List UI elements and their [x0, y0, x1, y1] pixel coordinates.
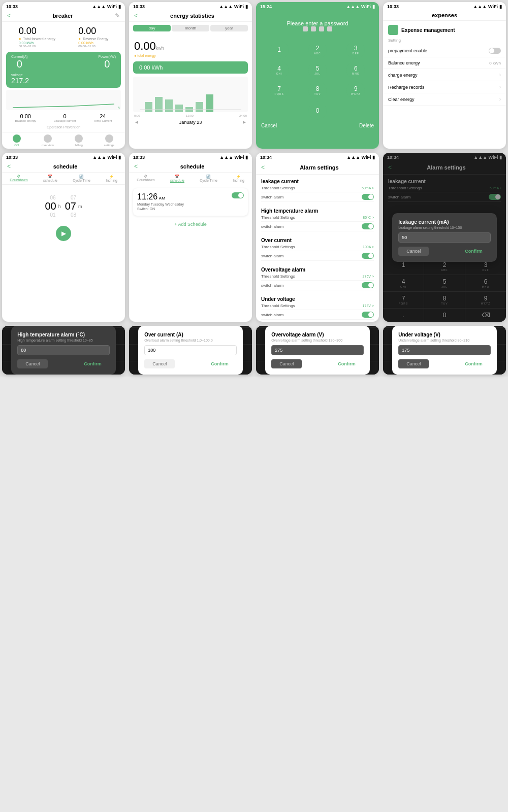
screen-schedule-countdown: 10:33 ▲▲▲ WiFi ▮ < schedule ⏱ Countdown … — [2, 153, 125, 322]
nav-billing[interactable]: billing — [75, 134, 83, 147]
stat-balance: 0.00 Balance energy — [15, 113, 36, 122]
key-4[interactable]: 4GHI — [270, 61, 289, 79]
expense-header-row: Expense management — [383, 21, 506, 37]
hightemp-dialog-actions: Cancel Confirm — [17, 359, 110, 368]
tab-day[interactable]: day — [133, 25, 171, 31]
hightemp-confirm[interactable]: Confirm — [76, 359, 110, 368]
alarm-title-1: Alarm settings — [265, 164, 374, 171]
screen-breaker: 10:33 ▲▲▲ WiFi ▮ < breaker ✎ 0.00 ● Tota… — [2, 2, 125, 149]
tab-cycletime-1[interactable]: 🔄 Cycle Time — [73, 175, 90, 182]
overcurrent-dialog-input[interactable] — [144, 345, 237, 355]
key-6[interactable]: 6MNO — [346, 61, 365, 79]
leakage-toggle[interactable] — [362, 194, 374, 200]
nav-settings[interactable]: settings — [104, 134, 115, 147]
overvolt-dialog-input[interactable] — [271, 345, 364, 355]
time-6: 10:33 — [133, 155, 145, 160]
overcurrent-toggle[interactable] — [362, 253, 374, 259]
edit-icon[interactable]: ✎ — [115, 12, 120, 19]
overvolt-confirm[interactable]: Confirm — [330, 359, 364, 368]
dialog-cancel-leakage[interactable]: Cancel — [398, 247, 429, 256]
tab-month[interactable]: month — [172, 25, 209, 31]
tab-schedule-1[interactable]: 📅 schedule — [43, 175, 57, 182]
overvolt-cancel[interactable]: Cancel — [271, 359, 302, 368]
tab-inching-1[interactable]: ⚡ Inching — [106, 175, 117, 182]
add-schedule-btn[interactable]: + Add Schedule — [129, 219, 252, 230]
card-toggle[interactable] — [232, 192, 244, 198]
schedule-header-1: < schedule — [2, 161, 125, 173]
expenses-title: expenses — [388, 12, 501, 18]
sched-back-2[interactable]: < — [134, 163, 138, 170]
key-3[interactable]: 3DEF — [346, 41, 365, 59]
undervolt-toggle[interactable] — [362, 312, 374, 318]
nav-overview-dot — [44, 134, 52, 143]
overcurrent-cancel[interactable]: Cancel — [144, 359, 175, 368]
delete-btn[interactable]: Delete — [359, 123, 374, 128]
undervolt-confirm[interactable]: Confirm — [457, 359, 491, 368]
overvolt-threshold-row[interactable]: Threshold Settings 275V > — [261, 273, 374, 281]
nav-billing-dot — [75, 134, 83, 143]
overcurrent-dialog: Over current (A) Overload alarm setting … — [138, 326, 243, 375]
dialog-input-leakage[interactable] — [398, 232, 491, 243]
svg-rect-2 — [165, 99, 173, 112]
alarm-back-1[interactable]: < — [261, 164, 265, 171]
tab-schedule-2[interactable]: 📅schedule — [170, 175, 184, 183]
overcurrent-threshold-row[interactable]: Threshold Settings 100A > — [261, 243, 374, 251]
undervolt-dialog-input[interactable] — [398, 345, 491, 355]
key-1[interactable]: 1 — [270, 41, 289, 59]
temp-val: 24 — [93, 113, 112, 119]
key-0[interactable]: 0 — [308, 101, 327, 120]
tab-cycletime-2[interactable]: 🔄Cycle Time — [200, 175, 217, 183]
back-icon[interactable]: < — [7, 12, 11, 19]
time-1: 10:33 — [6, 4, 18, 9]
pass-title: Please enter a password — [261, 20, 374, 26]
expense-row-recharge[interactable]: Recharge records › — [383, 81, 506, 93]
play-button[interactable]: ▶ — [56, 226, 71, 241]
dialog-confirm-leakage[interactable]: Confirm — [457, 247, 491, 256]
prev-date-btn[interactable]: ◄ — [134, 119, 139, 125]
sched-back-1[interactable]: < — [7, 163, 11, 170]
overcurrent-confirm[interactable]: Confirm — [203, 359, 237, 368]
key-8[interactable]: 8TUV — [308, 81, 327, 99]
expenses-header: expenses — [383, 10, 506, 21]
expense-row-charge[interactable]: charge energy › — [383, 69, 506, 81]
dot-4 — [327, 26, 332, 31]
hightemp-dialog-input[interactable] — [17, 345, 110, 355]
cancel-btn[interactable]: Cancel — [261, 123, 277, 128]
energy-forward-date: 00:00~01:00 — [19, 45, 55, 48]
breaker-chart: A — [6, 90, 121, 110]
key-2[interactable]: 2ABC — [308, 41, 327, 59]
pass-dots — [261, 26, 374, 31]
energy-back-icon[interactable]: < — [134, 12, 138, 19]
undervolt-dialog: Under voltage (V) Undervoltage alarm set… — [392, 326, 497, 375]
hightemp-threshold-row[interactable]: Threshold Settings 80°C > — [261, 214, 374, 222]
expense-row-clear[interactable]: Clear energy › — [383, 93, 506, 106]
overvolt-toggle[interactable] — [362, 282, 374, 288]
leakage-threshold-row[interactable]: Threshold Settings 50mA > — [261, 184, 374, 192]
operation-prevention: Operation Prevention — [2, 124, 125, 130]
hours-val: 00 — [45, 200, 56, 212]
status-bar-3: 15:24 ▲▲▲ WiFi ▮ — [256, 2, 379, 10]
nav-overview[interactable]: overview — [42, 134, 54, 147]
tab-inching-2[interactable]: ⚡Inching — [233, 175, 244, 183]
hightemp-toggle[interactable] — [362, 223, 374, 229]
undervolt-cancel[interactable]: Cancel — [398, 359, 429, 368]
hightemp-cancel[interactable]: Cancel — [17, 359, 48, 368]
nav-on[interactable]: ON — [13, 134, 21, 147]
overcurrent-dialog-title: Over current (A) — [144, 332, 237, 337]
minutes-val: 07 — [65, 200, 76, 212]
undervolt-threshold-row[interactable]: Threshold Settings 175V > — [261, 302, 374, 310]
prepay-toggle[interactable] — [489, 48, 501, 54]
key-9[interactable]: 9WXYZ — [346, 81, 365, 99]
overvolt-dialog-title: Overvoltage alarm (V) — [271, 332, 364, 337]
overcurrent-switch-row: switch alarm — [261, 251, 374, 261]
stat-leakage: 0 Leakage current — [54, 113, 76, 122]
tab-countdown-2[interactable]: ⏱Countdown — [137, 175, 154, 183]
tab-year[interactable]: year — [210, 25, 248, 31]
key-5[interactable]: 5JKL — [308, 61, 327, 79]
next-date-btn[interactable]: ► — [242, 119, 247, 125]
status-bar-6: 10:33 ▲▲▲ WiFi ▮ — [129, 153, 252, 161]
tab-countdown-1[interactable]: ⏱ Countdown — [10, 175, 27, 182]
key-7[interactable]: 7PQRS — [270, 81, 289, 99]
card-days: Monday Tuesday Wednesday — [137, 202, 244, 206]
wifi-icon-4: WiFi — [488, 4, 498, 9]
